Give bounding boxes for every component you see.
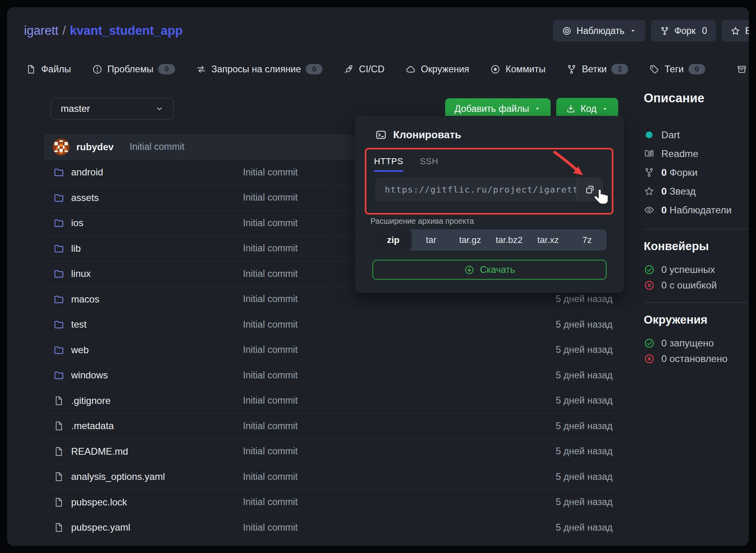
env-stopped-item[interactable]: 0 остановлено xyxy=(644,351,749,366)
repo-tab[interactable]: CI/CD xyxy=(343,64,384,75)
tab-ssh[interactable]: SSH xyxy=(420,157,438,172)
file-name[interactable]: README.md xyxy=(71,446,128,457)
tab-icon xyxy=(26,64,36,75)
download-circle-icon xyxy=(464,265,475,275)
file-name[interactable]: .metadata xyxy=(71,420,114,432)
pipelines-list: 0 успешных 0 с ошибкой xyxy=(644,262,749,293)
file-commit-time: 5 дней назад xyxy=(556,497,618,507)
clone-url-field: https://gitflic.ru/project/igarett xyxy=(375,177,603,201)
watch-button[interactable]: Наблюдать xyxy=(553,20,645,42)
file-row[interactable]: analysis_options.yaml Initial commit 5 д… xyxy=(44,464,618,489)
language-dot-icon xyxy=(646,131,653,138)
repo-tab[interactable]: Файлы xyxy=(26,64,71,75)
watchers-item[interactable]: 0 Наблюдатели xyxy=(644,201,749,219)
page-header: igarett/kvant_student_app Наблюдать Форк… xyxy=(7,7,749,42)
code-label: Код xyxy=(581,103,597,114)
file-name[interactable]: assets xyxy=(71,192,99,203)
pipelines-failed-item[interactable]: 0 с ошибкой xyxy=(644,277,749,293)
sidebar-divider xyxy=(644,229,749,229)
tab-icon xyxy=(196,64,207,75)
file-row[interactable]: test Initial commit 5 дней назад xyxy=(44,312,618,337)
forks-item[interactable]: 0 Форки xyxy=(644,163,749,182)
breadcrumb-owner[interactable]: igarett xyxy=(24,24,58,38)
repo-tab[interactable]: Теги 0 xyxy=(649,64,705,75)
pipelines-success-item[interactable]: 0 успешных xyxy=(644,262,749,277)
breadcrumb: igarett/kvant_student_app xyxy=(24,24,183,38)
file-name[interactable]: android xyxy=(71,167,103,178)
tab-count-badge: 0 xyxy=(306,64,322,74)
repo-tab[interactable]: Запросы на слияние 0 xyxy=(196,64,322,75)
env-running-label: запущено xyxy=(669,338,714,348)
file-name[interactable]: .gitignore xyxy=(71,395,111,406)
file-name[interactable]: web xyxy=(71,344,89,356)
file-name[interactable]: test xyxy=(71,319,87,330)
breadcrumb-repo[interactable]: kvant_student_app xyxy=(70,24,183,38)
file-commit-time: 5 дней назад xyxy=(556,446,618,457)
watch-eye-icon xyxy=(562,26,572,36)
file-commit-message: Initial commit xyxy=(243,370,556,381)
file-row[interactable]: web Initial commit 5 дней назад xyxy=(44,337,618,363)
favorite-button[interactable]: В xyxy=(722,20,749,42)
archive-format-option[interactable]: 7z xyxy=(567,235,607,245)
tab-label: Файлы xyxy=(41,64,71,75)
archive-format-option[interactable]: tar.gz xyxy=(451,235,490,245)
forks-label: Форки xyxy=(669,167,697,178)
commit-author[interactable]: rubydev xyxy=(76,141,113,153)
pipelines-failed-label: с ошибкой xyxy=(669,280,716,290)
clone-url-text[interactable]: https://gitflic.ru/project/igarett xyxy=(375,177,576,201)
file-type-icon xyxy=(53,471,64,482)
tab-https[interactable]: HTTPS xyxy=(374,157,403,172)
pipelines-failed-count: 0 xyxy=(661,280,667,290)
environments-list: 0 запущено 0 остановлено xyxy=(644,335,749,366)
readme-label: Readme xyxy=(661,148,698,159)
star-icon xyxy=(730,26,740,36)
download-icon xyxy=(566,104,576,114)
file-name[interactable]: analysis_options.yaml xyxy=(71,471,165,482)
fork-button[interactable]: Форк 0 xyxy=(651,20,716,42)
file-type-icon xyxy=(53,395,64,406)
file-name[interactable]: lib xyxy=(71,243,81,254)
repo-tab[interactable]: Ветки 1 xyxy=(566,64,628,75)
tab-icon xyxy=(343,64,354,75)
copy-button[interactable] xyxy=(576,177,603,201)
file-commit-message: Initial commit xyxy=(243,344,556,355)
file-row[interactable]: .metadata Initial commit 5 дней назад xyxy=(44,413,618,439)
file-commit-time: 5 дней назад xyxy=(556,319,618,330)
tab-label: Запросы на слияние xyxy=(211,64,301,75)
file-name[interactable]: pubspec.lock xyxy=(71,497,127,508)
repo-tab[interactable]: Окружения xyxy=(405,64,469,75)
file-name[interactable]: pubspec.yaml xyxy=(71,522,130,533)
file-type-icon xyxy=(53,344,64,356)
file-commit-time: 5 дней назад xyxy=(556,395,618,406)
pipelines-success-count: 0 xyxy=(661,264,667,275)
file-commit-message: Initial commit xyxy=(243,522,556,533)
breadcrumb-separator: / xyxy=(62,24,66,38)
file-type-icon xyxy=(53,446,64,457)
archive-format-option[interactable]: tar xyxy=(412,235,451,245)
repo-page: igarett/kvant_student_app Наблюдать Форк… xyxy=(7,7,749,546)
branch-selector[interactable]: master xyxy=(51,98,174,119)
repo-tab[interactable]: Коммиты xyxy=(490,64,545,75)
repo-tab[interactable]: Проблемы 0 xyxy=(92,64,175,75)
archive-format-option[interactable]: tar.bz2 xyxy=(489,235,529,245)
repo-tab[interactable] xyxy=(736,64,749,75)
file-row[interactable]: pubspec.yaml Initial commit 5 дней назад xyxy=(44,515,618,540)
file-type-icon xyxy=(53,420,64,432)
file-row[interactable]: windows Initial commit 5 дней назад xyxy=(44,362,618,388)
pipelines-title: Конвейеры xyxy=(644,240,749,253)
file-name[interactable]: ios xyxy=(71,217,84,229)
file-type-icon xyxy=(53,217,64,229)
file-commit-message: Initial commit xyxy=(243,446,556,457)
archive-format-option[interactable]: zip xyxy=(375,229,412,251)
file-name[interactable]: windows xyxy=(71,370,108,381)
file-row[interactable]: pubspec.lock Initial commit 5 дней назад xyxy=(44,489,618,515)
file-row[interactable]: .gitignore Initial commit 5 дней назад xyxy=(44,388,618,414)
file-name[interactable]: linux xyxy=(71,268,91,279)
stars-item[interactable]: 0 Звезд xyxy=(644,182,749,201)
download-button[interactable]: Скачать xyxy=(372,260,607,280)
env-running-item[interactable]: 0 запущено xyxy=(644,335,749,351)
readme-item[interactable]: Readme xyxy=(644,144,749,163)
file-row[interactable]: README.md Initial commit 5 дней назад xyxy=(44,439,618,464)
file-name[interactable]: macos xyxy=(71,294,99,305)
archive-format-option[interactable]: tar.xz xyxy=(529,235,568,245)
